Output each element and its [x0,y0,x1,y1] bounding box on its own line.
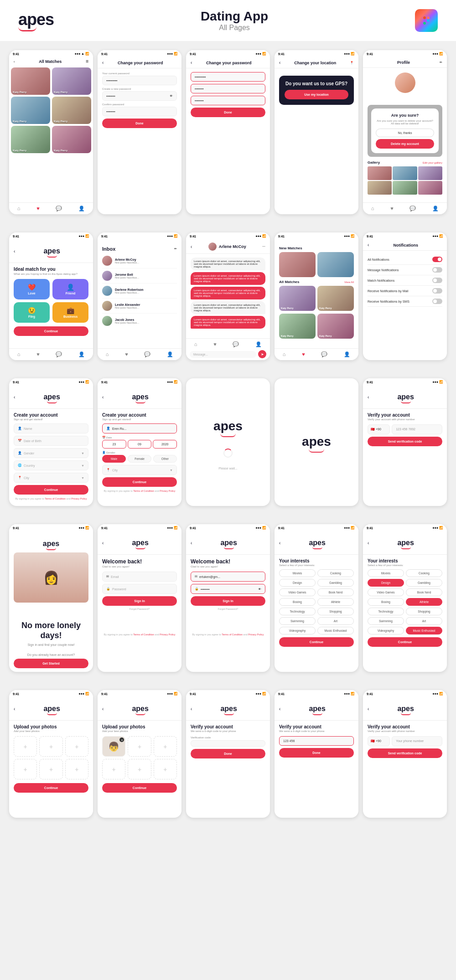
cancel-delete-button[interactable]: No, thanks [376,129,434,137]
home-nav[interactable]: ⌂ [194,341,197,347]
back-button[interactable]: ‹ [279,707,280,712]
match-card[interactable] [279,252,316,277]
back-button[interactable]: ‹ [102,60,104,65]
confirm-delete-button[interactable]: Delete my account [376,139,434,149]
forgot-password-link[interactable]: Forgot Password? [191,608,265,610]
interest-shopping[interactable]: Shopping [406,608,442,615]
chat-nav[interactable]: 💬 [409,206,416,211]
match-card[interactable]: Katy Perry [317,286,354,311]
back-button[interactable]: ‹ [368,541,369,546]
filter-icon[interactable]: ☰ [86,60,88,63]
year-input[interactable]: 2020 [153,440,177,449]
eye-icon[interactable]: 👁 [258,588,261,591]
name-input[interactable]: 👤Name [14,423,88,433]
inbox-item[interactable]: Arlene McCoy Nisi justo faucibus... [102,253,177,268]
terms-link[interactable]: Terms of Condition [133,490,154,492]
edit-icon[interactable]: ✏ [440,61,442,64]
toggle-message-notifications[interactable] [432,267,442,273]
toggle-match-notifications[interactable] [432,278,442,283]
back-icon[interactable]: ‹ [14,60,15,63]
home-nav[interactable]: ⌂ [371,206,374,211]
interest-design[interactable]: Design [279,579,316,587]
interest-technology[interactable]: Technology [279,608,316,615]
get-started-button[interactable]: Get Started [14,659,88,668]
gallery-item[interactable] [418,166,442,180]
current-password-input[interactable]: •••••••••• [102,76,177,85]
email-input[interactable]: ✉ertuken@gm... [191,572,265,582]
back-button[interactable]: ‹ [102,541,104,546]
interest-book-nerd[interactable]: Book Nerd [317,588,354,596]
interest-design[interactable]: Design [368,579,404,587]
interest-technology[interactable]: Technology [368,608,404,615]
profile-card[interactable]: Katy Perry [52,67,91,95]
profile-nav[interactable]: 👤 [255,341,262,347]
interest-videography[interactable]: Videography [279,627,316,634]
phone-number-input[interactable]: Your phone number [392,736,442,746]
home-nav[interactable]: ⌂ [17,206,21,211]
password-field-3[interactable]: •••••••• [191,96,265,105]
gallery-item[interactable] [418,181,442,195]
back-button[interactable]: ‹ [279,60,280,65]
dob-input[interactable]: 📅Date of Birth [14,436,88,446]
done-button[interactable]: Done [191,749,265,758]
continue-button[interactable]: Continue [102,477,177,487]
name-input[interactable]: 👤Eren Ru... [102,423,177,433]
upload-slot[interactable]: + [154,759,177,779]
interest-video-games[interactable]: Video Games [279,588,316,596]
interest-art[interactable]: Art [317,617,354,625]
interest-swimming[interactable]: Swimming [279,617,316,625]
business-option[interactable]: 💼 Business [52,302,88,323]
flirt-option[interactable]: 😉 Flirg [14,302,50,323]
interest-art[interactable]: Art [406,617,442,625]
privacy-link[interactable]: Privacy Policy [248,633,264,636]
interest-music[interactable]: Music Enthusiast [406,627,442,634]
profile-nav[interactable]: 👤 [432,206,439,211]
toggle-all-notifications[interactable] [432,257,442,262]
interest-gambling[interactable]: Gambling [406,579,442,587]
back-button[interactable]: ‹ [14,249,15,254]
upload-slot[interactable]: + [128,736,151,757]
love-option[interactable]: ❤️ Love [14,279,50,299]
continue-button[interactable]: Continue [14,326,88,336]
email-input[interactable]: ✉Email [102,572,177,582]
city-select[interactable]: 📍City ▼ [14,473,88,483]
interest-video-games[interactable]: Video Games [368,588,404,596]
verification-code-input[interactable] [191,740,265,747]
day-input[interactable]: 23 [102,440,126,449]
profile-card[interactable]: Katy Perry [11,126,50,153]
back-button[interactable]: ‹ [191,60,192,65]
signin-button[interactable]: Sign In [102,596,177,606]
back-button[interactable]: ‹ [191,707,192,712]
interest-gambling[interactable]: Gambling [317,579,354,587]
profile-nav[interactable]: 👤 [344,351,350,357]
upload-slot[interactable]: + [39,759,62,779]
interest-boxing[interactable]: Boxing [279,598,316,606]
gallery-item[interactable] [393,181,417,195]
privacy-link[interactable]: Privacy Policy [160,490,175,492]
edit-gallery-link[interactable]: Edit your gallery [423,161,442,164]
match-card[interactable] [317,252,354,277]
interest-cooking[interactable]: Cooking [317,569,354,577]
gender-select[interactable]: 👤Gender ▼ [14,448,88,458]
new-password-input[interactable]: ••••••••👁 [102,91,177,101]
upload-slot[interactable]: + [14,736,37,757]
continue-button[interactable]: Continue [14,783,88,793]
other-option[interactable]: Other [153,455,177,463]
use-location-button[interactable]: Use my location [285,90,348,99]
interest-athlete[interactable]: Athlete [406,598,442,606]
done-button[interactable]: Done [279,748,354,758]
back-button[interactable]: ‹ [191,541,192,546]
profile-nav[interactable]: 👤 [78,351,85,357]
interest-movies[interactable]: Movies [279,569,316,577]
terms-link[interactable]: Terms of Condition [222,633,243,636]
chat-nav[interactable]: 💬 [321,351,327,357]
toggle-mail-notifications[interactable] [432,288,442,294]
profile-card[interactable]: Katy Perry [52,97,91,124]
back-button[interactable]: ‹ [14,395,15,400]
interest-shopping[interactable]: Shopping [317,608,354,615]
home-nav[interactable]: ⌂ [17,351,21,357]
chat-nav[interactable]: 💬 [56,351,62,357]
forgot-password-link[interactable]: Forgot Password? [102,608,177,610]
terms-link[interactable]: Terms of Condition [45,497,66,500]
password-input[interactable]: 🔒Password [102,584,177,594]
